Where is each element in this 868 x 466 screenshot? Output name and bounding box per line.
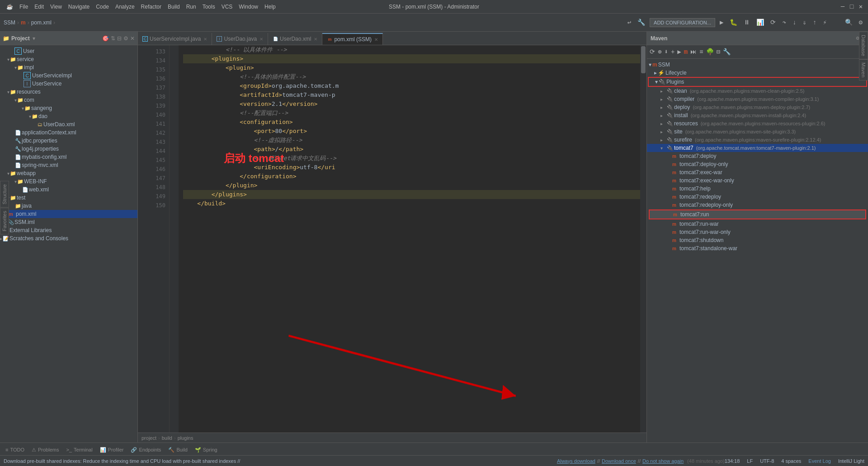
menu-file[interactable]: File [17,3,31,11]
maven-settings2-icon[interactable]: 🔧 [722,47,731,57]
build-tab[interactable]: 🔨 Build [165,444,191,455]
maven-tomcat7-run-war-only[interactable]: m tomcat7:run-war-only [647,228,868,236]
do-not-show-link[interactable]: Do not show again [642,458,684,464]
settings-gear-button[interactable]: ⚙ [857,18,864,27]
project-dropdown[interactable]: ▾ [33,35,35,42]
maven-plugin-install[interactable]: ▸ 🔌 install (org.apache.maven.plugins:ma… [647,111,868,119]
scope-icon[interactable]: 🎯 [102,35,109,42]
maven-plugin-deploy[interactable]: ▸ 🔌 deploy (org.apache.maven.plugins:mav… [647,103,868,111]
menu-help[interactable]: Help [262,3,278,11]
close-button[interactable]: ✕ [857,3,864,10]
menu-tools[interactable]: Tools [200,3,218,11]
tree-item-java[interactable]: 📁 java [0,202,137,210]
maven-tomcat7-redeploy[interactable]: m tomcat7:redeploy [647,193,868,201]
tree-item-extlibs[interactable]: ▸ 📚 External Libraries [0,226,137,234]
menu-run[interactable]: Run [184,3,199,11]
tree-item-webapp[interactable]: ▾ 📁 webapp [0,169,137,177]
maximize-button[interactable]: □ [848,3,855,10]
tree-item-dao[interactable]: ▾ 📁 dao [0,112,137,120]
menu-analyze[interactable]: Analyze [113,3,137,11]
tab-userserviceimpl[interactable]: C UserServiceImpl.java ✕ [138,33,212,45]
arrow[interactable]: ▾ [660,146,666,151]
tab-userdaojava[interactable]: I UserDao.java ✕ [212,33,268,45]
maven-tomcat7-deploy-only[interactable]: m tomcat7:deploy-only [647,160,868,168]
crumb-project[interactable]: project [142,435,156,441]
tree-item-impl[interactable]: ▾ 📁 impl [0,63,137,71]
maven-download-icon[interactable]: ⬇ [663,47,669,57]
tree-item-webxml[interactable]: 📄 web.xml [0,185,137,194]
download-once-link[interactable]: Download once [602,458,636,464]
update-button[interactable]: ↩ [626,18,633,27]
tree-item-ssmiml[interactable]: 📎 SSM.iml [0,218,137,226]
scroll-bar[interactable] [640,45,646,433]
crumb-plugins[interactable]: plugins [178,435,193,441]
minimize-button[interactable]: ─ [839,3,846,10]
tab-pomxml[interactable]: m pom.xml (SSM) ✕ [322,33,383,45]
always-download-link[interactable]: Always download [557,458,595,464]
menu-navigate[interactable]: Navigate [66,3,92,11]
maven-add-icon[interactable]: ⊕ [657,47,662,57]
tree-item-userserviceimpl[interactable]: C UserServiceImpl [0,71,137,80]
close-tab-icon[interactable]: ✕ [203,37,207,42]
add-configuration-button[interactable]: ADD CONFIGURATION... [650,18,715,27]
close-tab-icon[interactable]: ✕ [374,37,378,42]
todo-tab[interactable]: ≡ TODO [2,444,28,455]
menu-window[interactable]: Window [236,3,261,11]
code-editor[interactable]: 启动 tomcat <!-- 以具体件件 --> <plugins> <plug… [179,45,646,433]
tree-item-com[interactable]: ▾ 📁 com [0,96,137,104]
endpoints-tab[interactable]: 🔗 Endpoints [127,444,165,455]
tree-item-userservice[interactable]: I UserService [0,80,137,88]
maven-plugin-resources[interactable]: ▸ 🔌 resources (org.apache.maven.plugins:… [647,119,868,128]
tree-item-log4j[interactable]: 🔧 log4j.properties [0,145,137,153]
profile-button[interactable]: 📊 [755,18,766,27]
maven-plugin-surefire[interactable]: ▸ 🔌 surefire (org.apache.maven.plugins:m… [647,136,868,144]
menu-build[interactable]: Build [165,3,183,11]
settings-button[interactable]: 🔧 [636,18,647,27]
maven-ssm-root[interactable]: ▾ m SSM [647,61,868,69]
tree-item-mybatis[interactable]: 📄 mybatis-config.xml [0,153,137,161]
maven-tomcat7-exec-war-only[interactable]: m tomcat7:exec-war-only [647,176,868,185]
breadcrumb-m[interactable]: m [21,19,26,26]
maven-refresh-icon[interactable]: ⟳ [649,47,656,57]
tree-item-resources[interactable]: ▾ 📁 resources [0,88,137,96]
sort-icon[interactable]: ⇅ [111,35,115,42]
maven-plugin-site[interactable]: ▸ 🔌 site (org.apache.maven.plugins:maven… [647,128,868,136]
menu-edit[interactable]: Edit [32,3,47,11]
breadcrumb-ssm[interactable]: SSM [4,19,15,26]
structure-tab[interactable]: Structure [0,181,9,208]
coverage-button[interactable]: ⏸ [742,18,752,27]
close-tab-icon[interactable]: ✕ [259,37,263,42]
maven-run-icon[interactable]: ▶ [676,47,682,57]
debug-button[interactable]: 🐛 [728,18,739,27]
tree-item-service[interactable]: ▾ 📁 service [0,55,137,63]
menu-vcs[interactable]: VCS [219,3,236,11]
maven-plugin-clean[interactable]: ▸ 🔌 clean (org.apache.maven.plugins:mave… [647,87,868,95]
maven-expand-arrow[interactable]: ▾ [655,79,658,85]
maven-tomcat7-standalone-war[interactable]: m tomcat7:standalone-war [647,244,868,252]
collapse-icon[interactable]: ⊟ [117,35,122,42]
step-into-button[interactable]: ↓ [791,18,798,27]
maven-lifecycle-icon[interactable]: ≡ [698,48,704,57]
menu-refactor[interactable]: Refactor [138,3,164,11]
spring-tab[interactable]: 🌱 Spring [191,444,221,455]
maven-expand-arrow[interactable]: ▸ [654,70,657,76]
search-everywhere-button[interactable]: 🔍 [843,18,854,27]
problems-tab[interactable]: ⚠ Problems [28,444,62,455]
maven-tomcat7-run[interactable]: m tomcat7:run [650,210,865,219]
menu-view[interactable]: View [47,3,65,11]
tree-item-user[interactable]: C User [0,47,137,55]
menu-code[interactable]: Code [93,3,112,11]
maven-plugin-tomcat7[interactable]: ▾ 🔌 tomcat7 (org.apache.tomcat.maven:tom… [647,144,868,152]
menu-bar[interactable]: ☕ File Edit View Navigate Code Analyze R… [4,3,278,11]
force-step-button[interactable]: ⇓ [801,18,808,27]
profiler-tab[interactable]: 📊 Profiler [96,444,127,455]
tree-item-test[interactable]: ▾ 📁 test [0,194,137,202]
maven-plugin-compiler[interactable]: ▸ 🔌 compiler (org.apache.maven.plugins:m… [647,95,868,103]
close-tab-icon[interactable]: ✕ [314,37,317,42]
maven-tree-icon[interactable]: 🌳 [705,47,715,57]
tree-item-webinf[interactable]: ▾ 📁 WEB-INF [0,177,137,185]
tree-item-sangeng[interactable]: ▾ 📁 sangeng [0,104,137,112]
terminal-tab[interactable]: >_ Terminal [62,444,96,455]
tree-item-scratches[interactable]: ▸ 📝 Scratches and Consoles [0,234,137,243]
step-out-button[interactable]: ↑ [811,18,818,27]
